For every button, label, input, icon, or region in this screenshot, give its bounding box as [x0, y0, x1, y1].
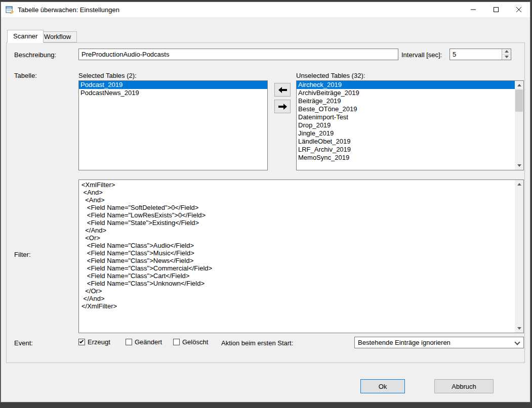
list-item-drop-2019[interactable]: Drop_2019 [297, 121, 515, 129]
tabelle-label: Tabelle: [14, 72, 37, 79]
aktion-combobox-value: Bestehende Einträge ignorieren [358, 337, 451, 348]
unselected-tables-label: Unselected Tables (32): [296, 72, 365, 79]
filter-textarea[interactable]: <XmlFilter> <And> <And> <Field Name="Sof… [78, 179, 524, 333]
list-item-lrf-archiv-2019[interactable]: LRF_Archiv_2019 [297, 146, 515, 154]
aktion-combobox[interactable]: Bestehende Einträge ignorieren [354, 337, 524, 348]
chevron-down-icon [514, 339, 520, 345]
minimize-icon [471, 7, 476, 12]
unselected-list-scrollbar[interactable] [515, 81, 523, 170]
checkbox-box [126, 339, 132, 345]
window-title: Tabelle überwachen: Einstellungen [18, 6, 119, 14]
check-icon [79, 339, 84, 343]
arrow-right-icon [278, 104, 287, 110]
scroll-up-button[interactable] [515, 81, 523, 89]
scroll-down-icon [517, 164, 521, 167]
ok-button-label: Ok [379, 383, 387, 390]
scroll-up-icon [517, 84, 521, 86]
list-item-podcastnews-2019[interactable]: PodcastNews_2019 [79, 89, 267, 97]
spin-down-icon [505, 56, 509, 58]
list-item-beste-otoene-2019[interactable]: Beste_OTöne_2019 [297, 105, 515, 113]
list-item-podcast-2019[interactable]: Podcast_2019 [79, 81, 267, 89]
list-item-beitraege-2019[interactable]: Beiträge_2019 [297, 97, 515, 105]
scroll-up-icon [517, 183, 521, 186]
maximize-icon [494, 7, 499, 12]
tab-scanner-label: Scanner [13, 32, 37, 40]
window-icon [6, 6, 14, 14]
maximize-button[interactable] [484, 2, 507, 17]
spin-up-icon [505, 50, 509, 53]
scroll-down-button[interactable] [515, 324, 523, 333]
move-right-button[interactable] [274, 100, 291, 113]
filter-label: Filter: [14, 251, 31, 258]
tab-workflow-label: Workflow [44, 33, 71, 40]
beschreibung-label: Beschreibung: [14, 51, 56, 59]
close-icon [516, 7, 521, 12]
selected-tables-list[interactable]: Podcast_2019 PodcastNews_2019 [78, 80, 268, 170]
checkbox-geloescht-label: Gelöscht [182, 338, 208, 346]
list-item-laendleobet-2019[interactable]: LändleObet_2019 [297, 138, 515, 146]
intervall-spinner[interactable] [449, 49, 511, 60]
titlebar: Tabelle überwachen: Einstellungen [1, 2, 530, 17]
list-item-jingle-2019[interactable]: Jingle_2019 [297, 129, 515, 138]
checkbox-box [173, 339, 180, 345]
checkbox-geloescht[interactable]: Gelöscht [173, 338, 208, 346]
aktion-label: Aktion beim ersten Start: [221, 339, 293, 347]
ok-button[interactable]: Ok [360, 379, 405, 393]
scroll-thumb[interactable] [515, 89, 523, 112]
unselected-tables-list[interactable]: Aircheck_2019 ArchivBeiträge_2019 Beiträ… [296, 80, 524, 170]
minimize-button[interactable] [462, 2, 484, 17]
spin-down-button[interactable] [502, 55, 511, 60]
tab-scanner[interactable]: Scanner [7, 30, 44, 43]
list-item-memosync-2019[interactable]: MemoSync_2019 [297, 154, 515, 162]
checkbox-box [78, 339, 85, 345]
scroll-up-button[interactable] [515, 180, 523, 189]
list-item-archivbeitraege-2019[interactable]: ArchivBeiträge_2019 [297, 89, 515, 97]
tab-workflow[interactable]: Workflow [38, 31, 77, 42]
intervall-spin-buttons [502, 49, 511, 60]
settings-dialog: Tabelle überwachen: Einstellungen Scanne… [1, 2, 530, 402]
checkbox-geaendert[interactable]: Geändert [126, 338, 162, 346]
list-item-aircheck-2019[interactable]: Aircheck_2019 [297, 81, 515, 89]
checkbox-erzeugt[interactable]: Erzeugt [78, 338, 110, 346]
list-item-datenimport-test[interactable]: Datenimport-Test [297, 113, 515, 121]
checkbox-geaendert-label: Geändert [135, 338, 162, 346]
cancel-button-label: Abbruch [452, 383, 476, 390]
selected-tables-label: Selected Tables (2): [78, 72, 137, 79]
arrow-left-icon [278, 87, 287, 93]
beschreibung-input[interactable] [78, 49, 398, 60]
filter-scrollbar[interactable] [515, 180, 523, 333]
scroll-down-icon [517, 327, 521, 330]
move-left-button[interactable] [274, 83, 291, 97]
filter-xml-text: <XmlFilter> <And> <And> <Field Name="Sof… [81, 181, 513, 332]
cancel-button[interactable]: Abbruch [434, 379, 494, 393]
spin-up-button[interactable] [502, 49, 511, 55]
scroll-down-button[interactable] [515, 161, 523, 170]
intervall-label: Intervall [sec]: [401, 51, 442, 59]
close-button[interactable] [507, 2, 530, 17]
event-label: Event: [14, 339, 33, 347]
checkbox-erzeugt-label: Erzeugt [88, 338, 110, 346]
